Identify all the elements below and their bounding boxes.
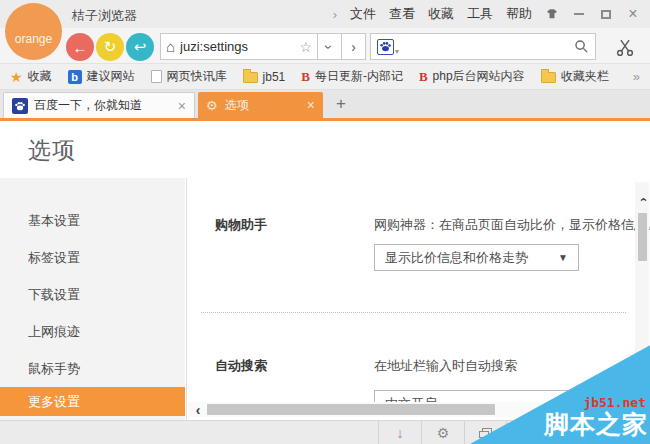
shopping-assistant-select[interactable]: 显示比价信息和价格走势 ▼ — [374, 244, 579, 271]
bookmarks-bar: ★ 收藏 b 建议网站 网页快讯库 jb51 B 每日更新-内部记 B php后… — [0, 64, 650, 90]
selected-option: 显示比价信息和价格走势 — [385, 249, 528, 267]
browser-logo[interactable]: orange — [5, 3, 62, 60]
return-arrow-icon: ↩ — [134, 38, 147, 56]
search-magnifier-icon[interactable] — [574, 39, 589, 54]
tab-close-icon[interactable]: × — [178, 98, 186, 114]
menu-collapse-icon[interactable]: › — [333, 7, 337, 22]
go-forward-button[interactable]: › — [342, 33, 366, 60]
home-button[interactable]: ↩ — [126, 33, 154, 61]
bookmark-web-slices[interactable]: 网页快讯库 — [151, 68, 227, 85]
vertical-scroll-thumb[interactable] — [638, 213, 647, 261]
horizontal-scroll-thumb[interactable] — [207, 404, 495, 415]
minimize-button[interactable] — [572, 7, 586, 21]
bookmark-folder-favorites-bar[interactable]: 收藏夹栏 — [541, 68, 609, 85]
address-dropdown-button[interactable]: › — [318, 33, 342, 60]
bookmarks-overflow-icon[interactable]: » — [633, 69, 640, 84]
sidebar-item-history[interactable]: 上网痕迹 — [0, 313, 185, 350]
maximize-button[interactable] — [599, 7, 613, 21]
folder-icon — [243, 72, 258, 83]
tab-close-icon[interactable]: × — [307, 97, 315, 113]
bookmark-star-icon[interactable]: ☆ — [299, 39, 312, 55]
address-bar-group: ⌂ juzi:settings ☆ › › — [160, 33, 366, 60]
settings-sidebar: 基本设置 标签设置 下载设置 上网痕迹 鼠标手势 更多设置 — [0, 178, 185, 420]
favorites-star-icon: ★ — [10, 69, 23, 85]
skin-shirt-icon[interactable] — [545, 7, 559, 21]
downloads-button[interactable]: ↓ — [378, 421, 421, 444]
menu-file[interactable]: 文件 — [350, 5, 376, 23]
folder-icon — [541, 72, 556, 83]
menu-view[interactable]: 查看 — [389, 5, 415, 23]
browser-logo-text: orange — [15, 32, 52, 46]
bookmark-label: 收藏 — [28, 68, 52, 85]
tab-title: 百度一下，你就知道 — [34, 97, 172, 114]
menu-help[interactable]: 帮助 — [506, 5, 532, 23]
address-input[interactable]: juzi:settings — [180, 39, 299, 54]
download-arrow-icon: ↓ — [397, 425, 404, 441]
forward-arrow-icon: › — [351, 39, 356, 55]
bookmark-favorites[interactable]: ★ 收藏 — [10, 68, 52, 85]
settings-gear-button[interactable]: ⚙ — [421, 421, 464, 444]
horizontal-scrollbar[interactable]: ‹ — [189, 402, 633, 417]
close-window-button[interactable]: × — [626, 7, 640, 21]
tab-strip: 百度一下，你就知道 × ⚙ 选项 × + — [0, 90, 650, 118]
jb51-logo-icon: B — [301, 69, 310, 85]
baidu-favicon-icon — [12, 98, 28, 114]
home-page-icon[interactable]: ⌂ — [166, 38, 175, 55]
settings-page: 选项 基本设置 标签设置 下载设置 上网痕迹 鼠标手势 更多设置 购物助手 网购… — [0, 121, 650, 420]
jb51-logo-icon: B — [419, 69, 428, 85]
menu-favorites[interactable]: 收藏 — [428, 5, 454, 23]
page-icon — [151, 70, 162, 83]
caret-down-icon: ▼ — [558, 252, 568, 263]
bookmark-label: 网页快讯库 — [167, 68, 227, 85]
scroll-left-icon[interactable]: ‹ — [189, 402, 207, 418]
settings-content: 购物助手 网购神器：在商品页面自动比价，显示价格信息。 显示比价信息和价格走势 … — [186, 178, 650, 420]
suggested-sites-icon: b — [68, 70, 82, 84]
bookmark-label: jb51 — [263, 70, 286, 84]
search-input[interactable]: ▾ — [370, 33, 596, 60]
bookmark-suggested-sites[interactable]: b 建议网站 — [68, 68, 135, 85]
refresh-button[interactable]: ↻ — [96, 33, 124, 61]
sidebar-item-basic[interactable]: 基本设置 — [0, 202, 185, 239]
tab-baidu[interactable]: 百度一下，你就知道 × — [3, 92, 195, 118]
tab-settings[interactable]: ⚙ 选项 × — [198, 92, 323, 118]
status-bar: ↓ ⚙ — [0, 420, 650, 444]
auto-search-description: 在地址栏输入时自动搜索 — [374, 357, 517, 375]
vertical-scrollbar[interactable]: › — [635, 182, 649, 416]
bookmark-label: php后台网站内容 — [433, 68, 525, 85]
multi-window-button[interactable] — [464, 421, 507, 444]
new-tab-button[interactable]: + — [331, 93, 351, 115]
window-title: 桔子浏览器 — [72, 7, 137, 25]
shopping-assistant-label: 购物助手 — [215, 216, 267, 234]
windows-stack-icon — [479, 428, 492, 438]
auto-search-label: 自动搜索 — [215, 357, 267, 375]
bookmark-label: 每日更新-内部记 — [315, 68, 403, 85]
title-bar: 桔子浏览器 › 文件 查看 收藏 工具 帮助 × — [0, 0, 650, 28]
section-divider — [201, 312, 626, 313]
sidebar-item-download[interactable]: 下载设置 — [0, 276, 185, 313]
refresh-icon: ↻ — [104, 38, 117, 56]
bookmark-php-backend[interactable]: B php后台网站内容 — [419, 68, 525, 85]
address-bar[interactable]: ⌂ juzi:settings ☆ — [160, 33, 318, 60]
screenshot-scissors-icon[interactable] — [610, 36, 640, 58]
chevron-down-icon: › — [321, 44, 337, 49]
page-title: 选项 — [28, 135, 76, 166]
scroll-up-icon[interactable]: › — [635, 192, 649, 207]
bookmark-folder-jb51[interactable]: jb51 — [243, 70, 286, 84]
gear-icon: ⚙ — [206, 98, 218, 113]
menu-tools[interactable]: 工具 — [467, 5, 493, 23]
status-bar-icons: ↓ ⚙ — [378, 421, 507, 444]
back-button[interactable]: ← — [66, 33, 94, 61]
sidebar-item-more[interactable]: 更多设置 — [0, 387, 185, 416]
gear-icon: ⚙ — [437, 425, 450, 441]
search-engine-caret-icon[interactable]: ▾ — [395, 47, 399, 56]
tab-title: 选项 — [225, 97, 301, 114]
bookmark-daily-update[interactable]: B 每日更新-内部记 — [301, 68, 403, 85]
bookmark-label: 收藏夹栏 — [561, 68, 609, 85]
browser-window: 桔子浏览器 › 文件 查看 收藏 工具 帮助 × orange ← ↻ ↩ — [0, 0, 650, 444]
bookmark-label: 建议网站 — [87, 68, 135, 85]
sidebar-item-tabs[interactable]: 标签设置 — [0, 239, 185, 276]
baidu-paw-icon[interactable] — [377, 39, 394, 55]
back-arrow-icon: ← — [73, 39, 88, 56]
sidebar-item-mouse-gesture[interactable]: 鼠标手势 — [0, 350, 185, 387]
shopping-assistant-description: 网购神器：在商品页面自动比价，显示价格信息。 — [374, 216, 650, 234]
